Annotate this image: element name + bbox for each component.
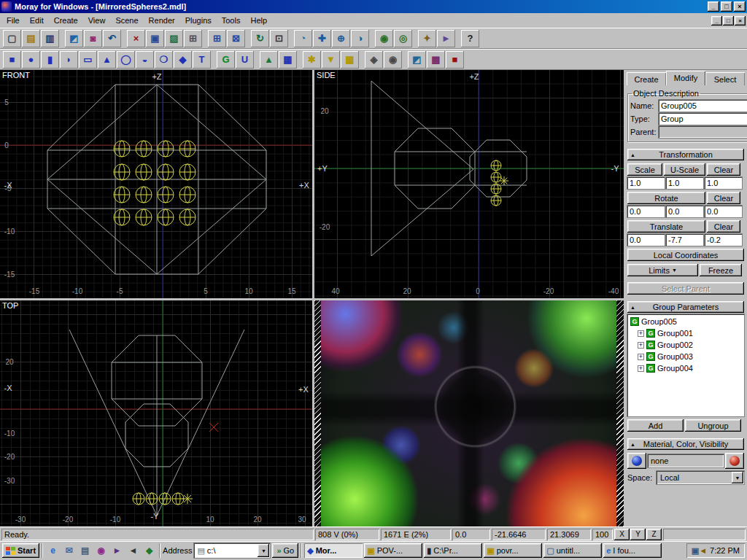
- show-desktop-button[interactable]: ▤: [77, 543, 93, 558]
- menu-item-render[interactable]: Render: [144, 14, 180, 27]
- render-region-button[interactable]: ◎: [394, 30, 412, 47]
- zoom-extents-button[interactable]: ⊡: [270, 30, 288, 47]
- tab-create[interactable]: Create: [627, 72, 666, 85]
- area-light-button[interactable]: ▦: [341, 51, 359, 69]
- uscale-button[interactable]: U-Scale: [664, 163, 705, 176]
- rotate-clear-button[interactable]: Clear: [707, 192, 740, 204]
- address-combo[interactable]: ▤ c:\ ▼: [194, 543, 270, 558]
- menu-item-scene[interactable]: Scene: [110, 14, 143, 27]
- plugins-toolbar-button[interactable]: ✦: [418, 30, 436, 47]
- task-povray[interactable]: ▣POV-...: [364, 543, 422, 558]
- scale-clear-button[interactable]: Clear: [707, 163, 740, 176]
- scale-z-input[interactable]: [705, 177, 742, 189]
- menu-item-help[interactable]: Help: [245, 14, 272, 27]
- start-button[interactable]: Start: [2, 543, 39, 558]
- address-dropdown-icon[interactable]: ▼: [258, 544, 269, 557]
- task-dos-prompt[interactable]: ▮C:\Pr...: [424, 543, 482, 558]
- render-preview-button[interactable]: ◩: [65, 30, 83, 47]
- axis-x-button[interactable]: X: [614, 529, 630, 540]
- tree-expander-icon[interactable]: +: [638, 342, 644, 349]
- save-file-button[interactable]: ▥: [41, 30, 59, 47]
- primitive-cone-button[interactable]: ▲: [98, 51, 116, 69]
- primitive-text-button[interactable]: T: [193, 51, 211, 69]
- rotate-z-input[interactable]: [705, 206, 742, 217]
- stop-render-button[interactable]: ■: [446, 51, 464, 69]
- translate-button[interactable]: Translate: [627, 220, 705, 233]
- add-button[interactable]: Add: [627, 419, 684, 432]
- dolly-view-button[interactable]: ◑: [351, 30, 369, 47]
- tree-item[interactable]: +GGroup001: [628, 327, 743, 339]
- copy-button[interactable]: ▣: [146, 30, 164, 47]
- primitive-disc-button[interactable]: ◒: [136, 51, 154, 69]
- primitive-torus-button[interactable]: ◯: [117, 51, 135, 69]
- menu-item-create[interactable]: Create: [49, 14, 83, 27]
- scale-x-input[interactable]: [627, 177, 665, 189]
- primitive-sor-button[interactable]: ◆: [174, 51, 192, 69]
- csg-union-button[interactable]: U: [236, 51, 254, 69]
- translate-x-input[interactable]: [627, 234, 665, 246]
- tree-item[interactable]: +GGroup004: [628, 362, 743, 374]
- axis-z-button[interactable]: Z: [646, 529, 662, 540]
- viewport-top[interactable]: TOP 20-10-20-30-30-20-10102030-X+X-Y: [0, 300, 312, 526]
- csg-group-button[interactable]: G: [217, 51, 235, 69]
- primitive-box-button[interactable]: ■: [3, 51, 21, 69]
- axis-y-button[interactable]: Y: [630, 529, 646, 540]
- space-combo[interactable]: Local ▼: [657, 471, 744, 484]
- rotate-button[interactable]: Rotate: [627, 192, 705, 204]
- delete-button[interactable]: ×: [127, 30, 145, 47]
- primitive-cylinder-button[interactable]: ▮: [41, 51, 59, 69]
- material-header[interactable]: ▲ Material, Color, Visibility: [627, 438, 744, 450]
- redraw-button[interactable]: ↻: [251, 30, 269, 47]
- undo-button[interactable]: ↶: [103, 30, 121, 47]
- task-untitled[interactable]: ▢untitl...: [543, 543, 602, 558]
- space-dropdown-icon[interactable]: ▼: [732, 472, 743, 483]
- rotate-x-input[interactable]: [627, 206, 665, 217]
- camera-button[interactable]: ◉: [384, 51, 402, 69]
- material-editor-button[interactable]: ◙: [84, 30, 102, 47]
- group-parameters-header[interactable]: ▲ Group Parameters: [627, 301, 744, 313]
- mdi-close-button[interactable]: ×: [735, 16, 746, 26]
- go-button[interactable]: » Go: [272, 543, 298, 558]
- translate-clear-button[interactable]: Clear: [707, 220, 740, 233]
- maximize-button[interactable]: □: [721, 1, 732, 12]
- menu-item-edit[interactable]: Edit: [25, 14, 49, 27]
- viewport-render[interactable]: [314, 300, 624, 526]
- volume-launch-button[interactable]: ◄: [125, 543, 141, 558]
- task-povray-editor[interactable]: ▣povr...: [484, 543, 542, 558]
- material-library-button[interactable]: ▩: [427, 51, 445, 69]
- primitive-sphere-button[interactable]: ●: [22, 51, 40, 69]
- animation-button[interactable]: ►: [437, 30, 455, 47]
- menu-item-plugins[interactable]: Plugins: [180, 14, 217, 27]
- tree-item[interactable]: +GGroup003: [628, 351, 743, 362]
- tree-item[interactable]: GGroup005: [628, 316, 743, 327]
- paste-button[interactable]: ▨: [165, 30, 183, 47]
- tree-item[interactable]: +GGroup002: [628, 339, 743, 351]
- material-color-button[interactable]: [725, 453, 744, 469]
- task-internet[interactable]: eI fou...: [603, 543, 662, 558]
- media-player-button[interactable]: ►: [109, 543, 125, 558]
- close-button[interactable]: ×: [734, 1, 746, 12]
- udo-import-button[interactable]: ◈: [365, 51, 383, 69]
- primitive-ellipsoid-button[interactable]: ◗: [60, 51, 78, 69]
- material-preview-button[interactable]: [627, 453, 646, 469]
- new-file-button[interactable]: ▢: [3, 30, 21, 47]
- ungroup-button[interactable]: Ungroup: [685, 419, 741, 432]
- snap-to-grid-button[interactable]: ⊞: [208, 30, 226, 47]
- mdi-restore-button[interactable]: □: [723, 16, 734, 26]
- volume-tray-icon[interactable]: ◄: [699, 546, 707, 555]
- point-light-button[interactable]: ✱: [303, 51, 321, 69]
- name-input[interactable]: [659, 100, 747, 112]
- menu-item-tools[interactable]: Tools: [217, 14, 246, 27]
- pan-view-button[interactable]: ✚: [313, 30, 331, 47]
- render-scene-button[interactable]: ◉: [375, 30, 393, 47]
- local-coordinates-button[interactable]: Local Coordinates: [627, 249, 744, 261]
- primitive-blob-button[interactable]: ❍: [155, 51, 173, 69]
- outlook-express-launch-button[interactable]: ✉: [61, 543, 77, 558]
- open-file-button[interactable]: ▤: [22, 30, 40, 47]
- translate-y-input[interactable]: [666, 234, 703, 246]
- limits-button[interactable]: Limits ▼: [627, 264, 698, 276]
- task-moray[interactable]: ◆Mor...: [304, 543, 363, 558]
- minimize-button[interactable]: _: [708, 1, 719, 12]
- viewport-front[interactable]: FRONT 50-5-10-15-15-10-551015+Z-X+X: [0, 70, 312, 298]
- mdi-minimize-button[interactable]: _: [711, 16, 722, 26]
